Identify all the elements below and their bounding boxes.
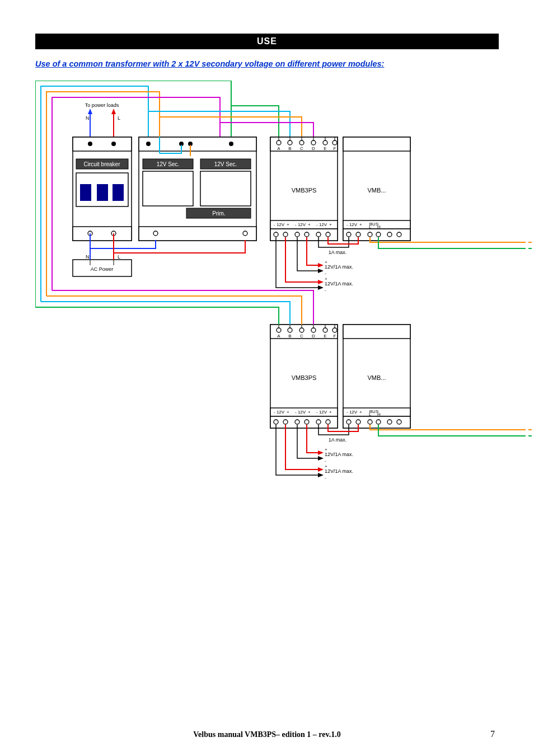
svg-point-88 <box>277 328 281 332</box>
circuit-breaker-label: Circuit breaker <box>83 161 120 167</box>
svg-marker-83 <box>318 285 324 290</box>
svg-point-44 <box>323 140 327 145</box>
wiring-diagram: To power loads N L Circuit breaker <box>35 81 533 534</box>
svg-point-27 <box>229 142 233 146</box>
term-a-1: A <box>277 146 280 151</box>
header-bar: USE <box>35 34 499 49</box>
sec1-label: 12V Sec. <box>157 161 180 167</box>
prim-label: Prim. <box>212 210 225 217</box>
term-c-1: C <box>300 146 303 151</box>
bus-h-2: H <box>377 412 381 417</box>
term-f-1: F <box>334 146 336 151</box>
svg-marker-3 <box>111 109 116 114</box>
12v-b1-c: 12V <box>319 222 327 227</box>
svg-point-40 <box>277 140 281 145</box>
l-label-bottom: L <box>118 254 120 260</box>
svg-text:+: + <box>329 222 332 227</box>
term-b-1: B <box>288 146 291 151</box>
svg-point-37 <box>243 231 247 236</box>
svg-point-36 <box>153 231 158 236</box>
svg-point-42 <box>299 140 304 145</box>
svg-point-71 <box>356 232 360 237</box>
svg-marker-79 <box>318 269 324 273</box>
svg-text:+: + <box>308 222 311 227</box>
out12v-1a: 12V/1A max. <box>325 264 353 270</box>
term-b-2: B <box>288 334 291 339</box>
12v-b2-b: 12V <box>298 410 306 415</box>
svg-point-122 <box>387 420 392 424</box>
sec2-label: 12V Sec. <box>214 161 237 167</box>
footer-text: Velbus manual VMB3PS– edition 1 – rev.1.… <box>0 730 534 739</box>
svg-point-70 <box>346 232 351 237</box>
term-d-1: D <box>312 146 315 151</box>
svg-point-59 <box>326 232 330 237</box>
svg-rect-12 <box>113 184 124 201</box>
svg-rect-22 <box>139 137 256 151</box>
svg-text:-: - <box>325 288 326 293</box>
term-f-2: F <box>334 334 336 339</box>
svg-rect-33 <box>200 171 251 206</box>
12v-b2-a: 12V <box>277 410 285 415</box>
svg-text:-: - <box>274 222 275 227</box>
svg-point-103 <box>283 420 288 424</box>
header-title: USE <box>257 36 277 46</box>
section-title: Use of a common transformer with 2 x 12V… <box>35 59 499 68</box>
out12v-2b: 12V/1A max. <box>325 468 353 474</box>
svg-text:+: + <box>359 222 362 227</box>
12v-b2-c: 12V <box>319 410 327 415</box>
n-label-top: N <box>86 115 90 121</box>
svg-point-105 <box>305 420 309 424</box>
svg-point-6 <box>88 142 92 146</box>
svg-point-41 <box>288 140 292 145</box>
svg-text:+: + <box>308 410 311 415</box>
svg-point-93 <box>332 328 337 332</box>
12v-b1-b: 12V <box>298 222 306 227</box>
svg-point-91 <box>311 328 316 332</box>
svg-text:-: - <box>346 410 348 415</box>
svg-point-106 <box>316 420 321 424</box>
svg-rect-10 <box>80 184 91 201</box>
term-c-2: C <box>300 334 303 339</box>
svg-point-121 <box>376 420 381 424</box>
n-label-bottom: N <box>86 254 90 260</box>
svg-point-23 <box>146 142 151 146</box>
svg-point-75 <box>397 232 401 237</box>
circuit-breaker-module: Circuit breaker <box>73 137 132 241</box>
svg-text:-: - <box>346 222 348 227</box>
top-module-group: A B C D E F VMB3PS - 12V + - 12V <box>270 137 522 293</box>
svg-point-92 <box>323 328 327 332</box>
vmb3ps-label-2: VMB3PS <box>292 374 317 381</box>
12v-b1-d: 12V <box>349 222 358 227</box>
svg-point-58 <box>316 232 321 237</box>
svg-point-57 <box>305 232 309 237</box>
svg-text:-: - <box>295 410 297 415</box>
svg-point-119 <box>356 420 360 424</box>
12v-b2-d: 12V <box>349 410 358 415</box>
l-label-top: L <box>118 115 120 121</box>
vmb3ps-label-1: VMB3PS <box>292 187 317 194</box>
bus-l-1: L <box>369 224 372 229</box>
svg-marker-130 <box>318 467 324 472</box>
svg-point-56 <box>295 232 299 237</box>
svg-text:-: - <box>325 458 326 463</box>
svg-rect-5 <box>73 137 132 151</box>
svg-text:-: - <box>316 410 318 415</box>
term-e-1: E <box>324 146 326 151</box>
ac-power-input: N L AC Power <box>73 254 132 276</box>
svg-text:-: - <box>325 271 326 276</box>
svg-text:-: - <box>274 410 275 415</box>
out-1a-1: 1A max. <box>329 250 347 255</box>
to-power-loads: To power loads <box>85 102 119 108</box>
svg-rect-67 <box>343 137 410 151</box>
bus-h-1: H <box>377 224 381 229</box>
svg-point-54 <box>274 232 278 237</box>
svg-point-45 <box>332 140 337 145</box>
svg-point-102 <box>274 420 278 424</box>
svg-marker-126 <box>318 450 324 455</box>
svg-text:-: - <box>316 222 318 227</box>
svg-point-55 <box>283 232 288 237</box>
term-d-2: D <box>312 334 315 339</box>
svg-rect-32 <box>143 171 193 206</box>
svg-text:-: - <box>325 475 326 480</box>
svg-point-72 <box>368 232 372 237</box>
